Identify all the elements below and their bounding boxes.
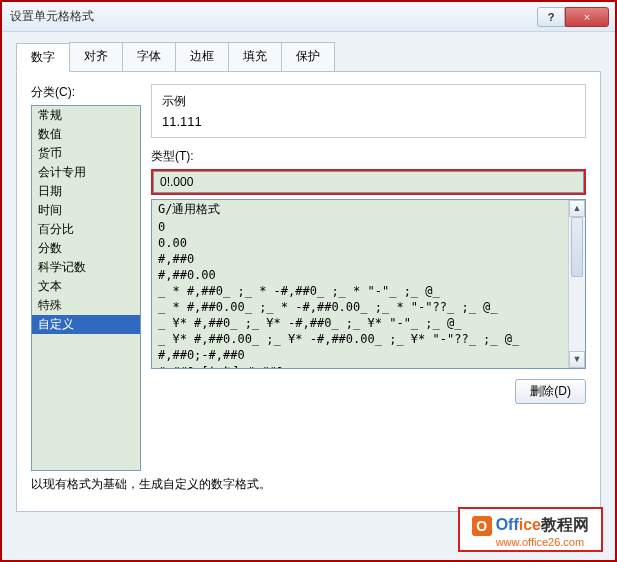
tab-fill[interactable]: 填充	[228, 42, 282, 71]
type-list-item[interactable]: #,##0;-#,##0	[152, 347, 568, 363]
scroll-down-icon[interactable]: ▼	[569, 351, 585, 368]
tab-alignment[interactable]: 对齐	[69, 42, 123, 71]
cat-item-currency[interactable]: 货币	[32, 144, 140, 163]
dialog-window: 设置单元格格式 ? × 数字 对齐 字体 边框 填充 保护 分类(C): 常规 …	[2, 2, 615, 560]
type-list-item[interactable]: 0	[152, 219, 568, 235]
cat-item-scientific[interactable]: 科学记数	[32, 258, 140, 277]
left-panel: 分类(C): 常规 数值 货币 会计专用 日期 时间 百分比 分数 科学记数 文…	[31, 84, 141, 471]
tab-protection[interactable]: 保护	[281, 42, 335, 71]
cat-item-percentage[interactable]: 百分比	[32, 220, 140, 239]
type-list-item[interactable]: G/通用格式	[152, 200, 568, 219]
type-list-item[interactable]: #,##0.00	[152, 267, 568, 283]
dialog-content: 数字 对齐 字体 边框 填充 保护 分类(C): 常规 数值 货币 会计专用 日…	[2, 32, 615, 522]
type-list-item[interactable]: 0.00	[152, 235, 568, 251]
type-list-item[interactable]: _ ¥* #,##0_ ;_ ¥* -#,##0_ ;_ ¥* "-"_ ;_ …	[152, 315, 568, 331]
category-list[interactable]: 常规 数值 货币 会计专用 日期 时间 百分比 分数 科学记数 文本 特殊 自定…	[31, 105, 141, 471]
watermark-brand: Office教程网	[496, 515, 589, 536]
help-button[interactable]: ?	[537, 7, 565, 27]
delete-button[interactable]: 删除(D)	[515, 379, 586, 404]
type-input-highlight	[151, 169, 586, 195]
scroll-thumb[interactable]	[571, 217, 583, 277]
window-title: 设置单元格格式	[8, 8, 537, 25]
cat-item-text[interactable]: 文本	[32, 277, 140, 296]
scrollbar[interactable]: ▲ ▼	[568, 200, 585, 368]
right-panel: 示例 11.111 类型(T): G/通用格式 0 0.00 #,##0 #,#…	[151, 84, 586, 471]
category-label: 分类(C):	[31, 84, 141, 101]
cat-item-date[interactable]: 日期	[32, 182, 140, 201]
type-list[interactable]: G/通用格式 0 0.00 #,##0 #,##0.00 _ * #,##0_ …	[151, 199, 586, 369]
cat-item-custom[interactable]: 自定义	[32, 315, 140, 334]
type-list-item[interactable]: #,##0	[152, 251, 568, 267]
tab-font[interactable]: 字体	[122, 42, 176, 71]
cat-item-time[interactable]: 时间	[32, 201, 140, 220]
tab-body: 分类(C): 常规 数值 货币 会计专用 日期 时间 百分比 分数 科学记数 文…	[16, 72, 601, 512]
type-list-item[interactable]: #,##0;[红色]-#,##0	[152, 363, 568, 369]
type-label: 类型(T):	[151, 148, 586, 165]
watermark-logo-icon: O	[472, 516, 492, 536]
tab-number[interactable]: 数字	[16, 43, 70, 72]
type-input[interactable]	[153, 171, 584, 193]
type-list-item[interactable]: _ ¥* #,##0.00_ ;_ ¥* -#,##0.00_ ;_ ¥* "-…	[152, 331, 568, 347]
cat-item-special[interactable]: 特殊	[32, 296, 140, 315]
type-list-item[interactable]: _ * #,##0_ ;_ * -#,##0_ ;_ * "-"_ ;_ @_	[152, 283, 568, 299]
footer-text: 以现有格式为基础，生成自定义的数字格式。	[31, 476, 271, 493]
example-value: 11.111	[162, 114, 575, 129]
cat-item-fraction[interactable]: 分数	[32, 239, 140, 258]
watermark-url: www.office26.com	[496, 536, 584, 548]
scroll-up-icon[interactable]: ▲	[569, 200, 585, 217]
type-list-item[interactable]: _ * #,##0.00_ ;_ * -#,##0.00_ ;_ * "-"??…	[152, 299, 568, 315]
cat-item-accounting[interactable]: 会计专用	[32, 163, 140, 182]
tab-border[interactable]: 边框	[175, 42, 229, 71]
cat-item-number[interactable]: 数值	[32, 125, 140, 144]
titlebar: 设置单元格格式 ? ×	[2, 2, 615, 32]
cat-item-general[interactable]: 常规	[32, 106, 140, 125]
tabs: 数字 对齐 字体 边框 填充 保护	[16, 42, 601, 72]
watermark: O Office教程网 www.office26.com	[458, 507, 603, 552]
example-box: 示例 11.111	[151, 84, 586, 138]
close-button[interactable]: ×	[565, 7, 609, 27]
example-label: 示例	[162, 93, 575, 110]
